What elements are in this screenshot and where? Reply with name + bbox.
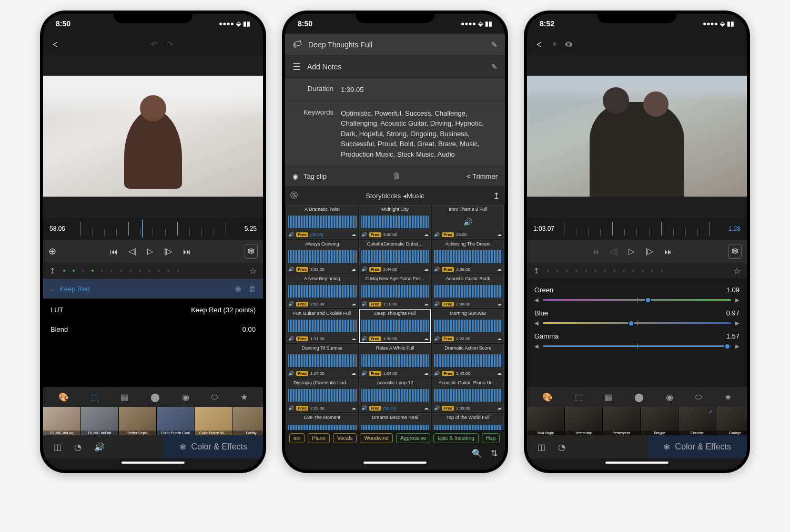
music-tile[interactable]: Dancing Til Sunrise🔊Free1:07.00☁	[286, 344, 358, 377]
sort-icon[interactable]: ⇅	[491, 448, 498, 458]
trash-button[interactable]: 🗑	[392, 171, 401, 181]
keyhole-icon[interactable]: ⬭	[211, 392, 218, 402]
add-clip-button[interactable]: ⊕	[48, 245, 56, 257]
music-tile[interactable]: Acoustic Loop 12🔊Free[59.39]☁	[359, 378, 431, 412]
keyhole-icon[interactable]: ⬭	[695, 392, 702, 402]
lut-thumb[interactable]: Yesteryear	[603, 431, 640, 435]
exit-icon[interactable]: ↥	[533, 267, 540, 275]
notes-row[interactable]: ☰ Add Notes ✎	[285, 56, 505, 78]
music-tile[interactable]: Intro Theme 2 Full🔊Free26.00☁	[432, 205, 504, 239]
music-tile[interactable]: Dramatic Action Score🔊Free3:42.00☁	[432, 344, 504, 377]
music-tile[interactable]: Acoustic Guitar Rock🔊Free2:09.00☁	[432, 274, 504, 308]
slider-green[interactable]: Green1.09◀▶	[527, 283, 747, 306]
edit-icon[interactable]: ✎	[491, 63, 498, 71]
freeze-button[interactable]: ❄	[245, 244, 258, 259]
tag-filter-strip[interactable]: ionPianoVocalsWoodwindAggressiveEpic & I…	[285, 430, 505, 446]
lut-thumb[interactable]: Tintype	[641, 431, 678, 435]
freeze-button[interactable]: ❄	[728, 244, 742, 259]
next-button[interactable]: ⏭	[664, 247, 672, 256]
lut-thumb[interactable]: Color Punch W…	[195, 431, 232, 435]
music-tile[interactable]: C Maj New Age Piano Fre…🔊Free1:18.00☁	[359, 274, 431, 308]
timeline-ruler[interactable]: 1:03.07 1.28	[527, 218, 747, 240]
color-effects-tab[interactable]: ❄Color & Effects	[164, 435, 263, 458]
music-tile[interactable]: Relax A While Full🔊Free1:04.00☁	[359, 344, 431, 377]
lut-thumb[interactable]: Better Sepia	[119, 431, 156, 435]
spiral-icon[interactable]: ◉	[182, 392, 189, 402]
palette-icon[interactable]: 🎨	[58, 392, 69, 402]
cube-icon[interactable]: ⬚	[575, 392, 583, 402]
eye-closed-icon[interactable]: 👁‍🗨	[564, 40, 573, 48]
grid-icon[interactable]: ▦	[120, 392, 128, 402]
record-icon[interactable]: ◉	[292, 172, 298, 180]
music-tile[interactable]: Goliath(Cinematic Dubst…🔊Free2:44.00☁	[359, 240, 431, 273]
timeline-ruler[interactable]: 58.06 5.25	[43, 218, 263, 240]
eye-open-icon[interactable]: 👁	[551, 40, 558, 48]
home-indicator[interactable]	[121, 462, 185, 464]
video-preview[interactable]	[43, 76, 263, 197]
music-tile[interactable]: Top of the World Full	[432, 413, 504, 430]
filter-tag[interactable]: Hap	[482, 433, 500, 443]
music-tile[interactable]: Achieving The Dream🔊Free2:56.00☁	[432, 240, 504, 273]
drop-icon[interactable]: ⬤	[634, 392, 644, 402]
effect-header[interactable]: ⌄ Keep Red ◉🗑	[43, 279, 263, 299]
speed-icon[interactable]: ◔	[74, 442, 82, 452]
music-tile[interactable]: Live The Moment	[286, 413, 358, 430]
music-tile[interactable]: Dystopia (Cinematic Und…🔊Free2:29.00☁	[286, 378, 358, 412]
step-fwd-button[interactable]: |▷	[645, 247, 654, 256]
cube-icon[interactable]: ⬚	[91, 392, 99, 402]
music-tile[interactable]: Deep Thoughts Full🔊Free1:39.05☁	[359, 309, 431, 343]
filter-tag[interactable]: Aggressive	[396, 433, 430, 443]
filter-tag[interactable]: Epic & Inspiring	[433, 433, 478, 443]
music-tile[interactable]: A Dramatic Twist🔊Free[28.05]☁	[286, 205, 358, 239]
filter-tag[interactable]: Woodwind	[360, 433, 393, 443]
back-button[interactable]: ＜	[535, 36, 543, 52]
prev-button[interactable]: ⏮	[110, 247, 118, 256]
music-tile[interactable]: A New Beginning🔊Free2:02.00☁	[286, 274, 358, 308]
lut-thumb[interactable]: Yesterday	[565, 431, 602, 435]
spiral-icon[interactable]: ◉	[666, 392, 673, 402]
audio-icon[interactable]: 🔊	[94, 442, 105, 452]
music-tile[interactable]: Acoustic Guitar_Piano Un…🔊Free2:09.00☁	[432, 378, 504, 412]
slider-blue[interactable]: Blue0.97◀▶	[527, 306, 747, 329]
lut-thumb[interactable]: FiLMiC deFlat	[81, 431, 118, 435]
filter-tag[interactable]: Vocals	[333, 433, 357, 443]
undo-button[interactable]: ↶	[150, 39, 157, 49]
home-indicator[interactable]	[363, 462, 427, 464]
redo-button[interactable]: ↷	[167, 39, 174, 49]
visibility-icon[interactable]: ◉	[235, 284, 241, 293]
favorite-button[interactable]: ☆	[733, 266, 741, 276]
music-tile[interactable]: Fun Guitar and Ukulele Full🔊Free1:31.00☁	[286, 309, 358, 343]
grid-icon[interactable]: ▦	[604, 392, 612, 402]
lut-thumbnail-strip[interactable]: Noir Night Yesterday Yesteryear Tintype …	[527, 407, 747, 435]
music-tile[interactable]: Morning Sun.wav🔊Free2:22.00☁	[432, 309, 504, 343]
step-back-button[interactable]: ◁|	[128, 247, 137, 256]
edit-icon[interactable]: ✎	[491, 40, 498, 49]
drop-icon[interactable]: ⬤	[150, 392, 160, 402]
back-button[interactable]: ＜	[51, 36, 59, 52]
speed-icon[interactable]: ◔	[558, 442, 565, 452]
tag-clip-button[interactable]: Tag clip	[303, 172, 327, 180]
color-effects-tab[interactable]: ❄Color & Effects	[647, 435, 747, 458]
exit-icon[interactable]: ↥	[49, 267, 56, 275]
search-icon[interactable]: 🔍	[472, 448, 482, 458]
play-button[interactable]: ▷	[629, 247, 635, 256]
favorite-button[interactable]: ☆	[249, 266, 257, 276]
crop-icon[interactable]: ◫	[54, 442, 62, 452]
trimmer-link[interactable]: < Trimmer	[467, 172, 498, 180]
star-icon[interactable]: ★	[240, 392, 248, 402]
music-tile[interactable]: Midnight City🔊Free3:00.00☁	[359, 205, 431, 239]
palette-icon[interactable]: 🎨	[542, 392, 553, 402]
next-button[interactable]: ⏭	[183, 247, 191, 256]
lut-thumb[interactable]: Earthy	[232, 431, 263, 435]
lut-thumb[interactable]: Noir Night	[527, 431, 564, 435]
lut-thumb[interactable]: FiLMiC deLog	[43, 431, 80, 435]
slider-gamma[interactable]: Gamma1.57◀▶	[527, 329, 747, 352]
music-tile[interactable]: Dreams Become Real	[359, 413, 431, 430]
play-button[interactable]: ▷	[147, 247, 154, 256]
crop-icon[interactable]: ◫	[538, 442, 545, 452]
lut-thumb[interactable]: Grunge	[716, 431, 747, 435]
lut-thumb[interactable]: Color Punch Cool	[157, 431, 194, 435]
lut-thumb[interactable]: Chrome	[678, 431, 716, 435]
prev-button[interactable]: ⏮	[591, 247, 599, 256]
video-preview[interactable]	[527, 76, 747, 197]
